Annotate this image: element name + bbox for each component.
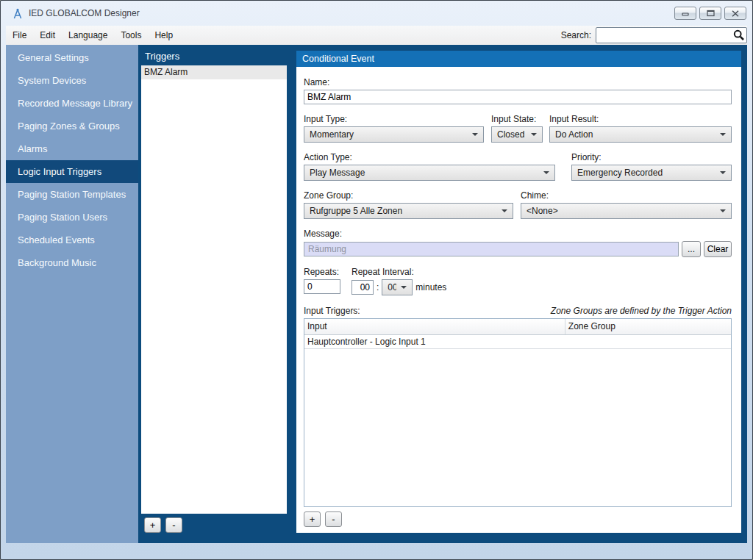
zone-group-select[interactable]: Rufgruppe 5 Alle Zonen (304, 203, 513, 219)
input-triggers-grid: Input Zone Group Hauptcontroller - Logic… (304, 318, 732, 507)
chevron-down-icon (720, 133, 726, 136)
grid-header-row: Input Zone Group (304, 319, 731, 335)
menu-file[interactable]: File (6, 26, 33, 45)
sidebar-nav: General Settings System Devices Recorded… (6, 45, 138, 543)
repeats-input[interactable] (304, 279, 340, 294)
action-type-select[interactable]: Play Message (304, 165, 555, 181)
input-triggers-label: Input Triggers: (304, 306, 360, 316)
menu-edit[interactable]: Edit (33, 26, 62, 45)
input-type-label: Input Type: (304, 114, 484, 124)
sidebar-item-logic-input-triggers[interactable]: Logic Input Triggers (6, 160, 138, 183)
message-field[interactable] (304, 242, 679, 256)
sidebar-item-recorded-message-library[interactable]: Recorded Message Library (6, 92, 138, 115)
maximize-button[interactable] (699, 7, 721, 20)
menu-help[interactable]: Help (148, 26, 179, 45)
panel-body: Name: Input Type: Momentary Input (296, 67, 741, 533)
chevron-down-icon (720, 209, 726, 212)
app-window: IED GLOBALCOM Designer File Edit Languag… (0, 0, 753, 560)
chime-label: Chime: (521, 190, 732, 201)
name-input[interactable] (304, 90, 732, 104)
remove-input-trigger-button[interactable]: - (325, 511, 342, 527)
sidebar-item-paging-station-users[interactable]: Paging Station Users (6, 206, 138, 229)
chevron-down-icon (472, 133, 478, 136)
menu-tools[interactable]: Tools (114, 26, 148, 45)
sidebar-item-general-settings[interactable]: General Settings (6, 46, 138, 69)
chevron-down-icon (720, 171, 726, 174)
close-icon (732, 10, 739, 17)
chevron-down-icon (502, 209, 507, 212)
chevron-down-icon (543, 171, 549, 174)
window-title: IED GLOBALCOM Designer (29, 8, 140, 18)
input-result-select[interactable]: Do Action (549, 126, 732, 143)
minimize-icon (682, 10, 689, 17)
panel-gap (287, 51, 296, 533)
triggers-panel-title: Triggers (141, 51, 287, 65)
conditional-event-panel: Conditional Event Name: Input Type: Mome… (296, 51, 741, 533)
menu-bar: File Edit Language Tools Help Search: (6, 26, 747, 45)
message-label: Message: (304, 229, 732, 239)
close-button[interactable] (724, 7, 746, 20)
app-logo-icon (13, 8, 23, 19)
priority-select[interactable]: Emergency Recorded (571, 165, 732, 181)
sidebar-item-system-devices[interactable]: System Devices (6, 69, 138, 92)
zone-group-label: Zone Group: (304, 190, 513, 201)
repeat-interval-select[interactable]: 00 (382, 279, 413, 295)
triggers-panel: Triggers BMZ Alarm + - (141, 51, 287, 533)
add-input-trigger-button[interactable]: + (304, 511, 321, 527)
add-trigger-button[interactable]: + (144, 517, 161, 533)
zone-groups-note: Zone Groups are defined by the Trigger A… (551, 306, 732, 316)
repeats-row: Repeats: Repeat Interval: : 00 (304, 267, 732, 295)
chime-select[interactable]: <None> (521, 203, 732, 219)
remove-trigger-button[interactable]: - (165, 517, 182, 533)
interval-separator: : (376, 282, 379, 292)
sidebar-item-alarms[interactable]: Alarms (6, 137, 138, 160)
input-state-select[interactable]: Closed (491, 126, 543, 143)
sidebar-item-paging-zones-groups[interactable]: Paging Zones & Groups (6, 115, 138, 137)
sidebar-item-background-music[interactable]: Background Music (6, 251, 138, 274)
search-label: Search: (561, 30, 591, 40)
repeat-interval-label: Repeat Interval: (351, 267, 446, 277)
message-clear-button[interactable]: Clear (704, 241, 732, 257)
table-row[interactable]: Hauptcontroller - Logic Input 1 (304, 335, 731, 349)
search-input[interactable] (596, 27, 747, 43)
grid-actions: + - (304, 511, 732, 527)
chevron-down-icon (401, 286, 407, 289)
window-controls (674, 7, 746, 20)
input-type-select[interactable]: Momentary (304, 126, 484, 143)
zone-chime-row: Zone Group: Rufgruppe 5 Alle Zonen Chime… (304, 190, 732, 219)
triggers-list: BMZ Alarm (141, 65, 287, 514)
input-config-row: Input Type: Momentary Input State: Close… (304, 114, 732, 143)
window-bottom-frame (1, 543, 752, 559)
name-label: Name: (304, 77, 732, 87)
content-area: Triggers BMZ Alarm + - Conditional Event… (138, 45, 747, 543)
chevron-down-icon (531, 133, 537, 136)
input-state-label: Input State: (491, 114, 543, 124)
action-row: Action Type: Play Message Priority: Emer… (304, 152, 732, 181)
column-header-zone-group[interactable]: Zone Group (565, 319, 731, 334)
repeats-label: Repeats: (304, 267, 340, 277)
interval-unit-label: minutes (415, 282, 446, 292)
main-area: General Settings System Devices Recorded… (6, 45, 747, 543)
priority-label: Priority: (571, 152, 732, 162)
column-header-input[interactable]: Input (304, 319, 565, 334)
input-triggers-header: Input Triggers: Zone Groups are defined … (304, 306, 732, 316)
message-browse-button[interactable]: ... (682, 241, 701, 257)
minimize-button[interactable] (674, 7, 696, 20)
maximize-icon (707, 10, 715, 17)
search-icon[interactable] (733, 29, 745, 41)
list-item-trigger[interactable]: BMZ Alarm (141, 65, 287, 79)
action-type-label: Action Type: (304, 152, 555, 162)
repeat-interval-input[interactable] (351, 280, 374, 295)
search-area: Search: (561, 27, 747, 43)
menu-language[interactable]: Language (62, 26, 114, 45)
panel-header: Conditional Event (296, 51, 741, 67)
input-result-label: Input Result: (549, 114, 732, 124)
sidebar-item-scheduled-events[interactable]: Scheduled Events (6, 229, 138, 251)
triggers-list-actions: + - (141, 514, 287, 533)
sidebar-item-paging-station-templates[interactable]: Paging Station Templates (6, 183, 138, 206)
title-bar: IED GLOBALCOM Designer (1, 1, 752, 26)
